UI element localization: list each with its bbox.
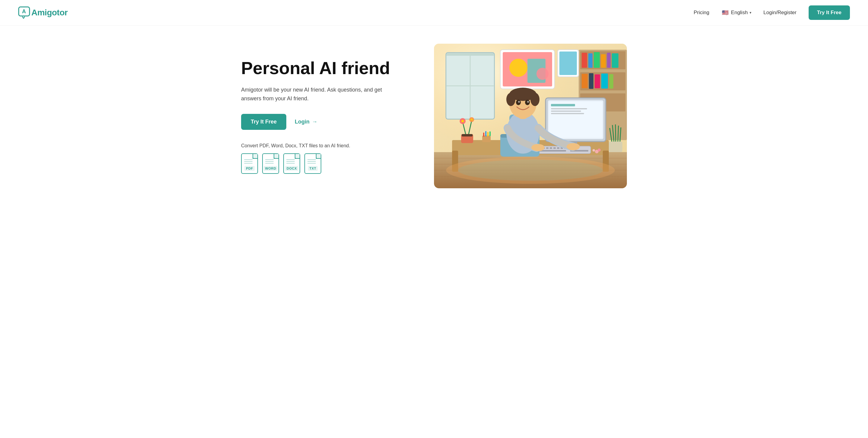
svg-point-26 <box>509 59 527 77</box>
svg-rect-17 <box>607 53 611 68</box>
svg-rect-8 <box>446 53 494 119</box>
brand-name: Amigotor <box>31 8 67 18</box>
arrow-right-icon: → <box>312 119 317 125</box>
svg-rect-23 <box>609 74 613 89</box>
svg-rect-53 <box>553 147 556 149</box>
hero-title: Personal AI friend <box>241 58 416 78</box>
logo[interactable]: A Amigotor <box>18 6 67 19</box>
svg-rect-43 <box>551 108 587 109</box>
convert-label: Convert PDF, Word, Docx, TXT files to an… <box>241 143 416 148</box>
file-icon-docx: DOCX <box>283 153 300 174</box>
svg-point-28 <box>536 68 549 80</box>
nav-try-free-button[interactable]: Try It Free <box>809 5 850 20</box>
svg-point-73 <box>518 101 520 103</box>
svg-rect-51 <box>546 147 549 149</box>
svg-rect-16 <box>601 54 606 68</box>
svg-rect-30 <box>559 52 577 75</box>
nav-pricing[interactable]: Pricing <box>693 10 709 16</box>
svg-line-89 <box>618 126 618 142</box>
svg-point-74 <box>527 101 529 103</box>
svg-point-97 <box>598 148 601 151</box>
svg-point-69 <box>506 93 516 106</box>
chevron-down-icon: ▾ <box>749 10 751 15</box>
svg-rect-20 <box>589 73 593 89</box>
file-icons: PDF WORD DOCX <box>241 153 416 174</box>
svg-line-88 <box>615 125 616 142</box>
svg-rect-94 <box>487 132 489 136</box>
word-label: WORD <box>264 166 278 171</box>
file-icon-word: WORD <box>262 153 279 174</box>
svg-point-100 <box>458 160 603 181</box>
hero-left: Personal AI friend Amigotor will be your… <box>241 58 416 173</box>
svg-rect-78 <box>462 134 472 136</box>
svg-rect-92 <box>483 133 484 137</box>
flag-icon: 🇺🇸 <box>721 9 729 16</box>
svg-rect-19 <box>582 74 588 88</box>
navbar: A Amigotor Pricing 🇺🇸 English ▾ Login/Re… <box>0 0 868 26</box>
svg-point-70 <box>530 93 539 106</box>
svg-point-83 <box>461 120 464 122</box>
svg-rect-14 <box>588 53 592 68</box>
language-selector[interactable]: 🇺🇸 English ▾ <box>721 9 751 16</box>
svg-rect-60 <box>539 150 566 151</box>
svg-rect-15 <box>594 52 600 68</box>
hero-image-container <box>434 44 627 188</box>
hero-buttons: Try It Free Login → <box>241 114 416 130</box>
hero-login-button[interactable]: Login → <box>295 119 317 125</box>
svg-point-75 <box>531 144 545 151</box>
svg-point-76 <box>567 143 580 150</box>
svg-rect-44 <box>551 110 581 112</box>
hero-try-free-button[interactable]: Try It Free <box>241 114 286 130</box>
pdf-label: PDF <box>244 166 255 171</box>
svg-rect-95 <box>490 131 491 136</box>
txt-label: TXT <box>308 166 318 171</box>
hero-section: Personal AI friend Amigotor will be your… <box>223 26 645 206</box>
nav-right: Pricing 🇺🇸 English ▾ Login/Register Try … <box>693 5 850 20</box>
language-label: English <box>731 10 748 16</box>
svg-rect-13 <box>582 53 587 68</box>
svg-rect-45 <box>551 113 584 114</box>
nav-login-register[interactable]: Login/Register <box>764 10 797 16</box>
svg-rect-93 <box>485 131 487 136</box>
svg-rect-18 <box>612 53 618 68</box>
file-icon-txt: TXT <box>304 153 321 174</box>
svg-rect-42 <box>551 104 575 106</box>
hero-subtitle: Amigotor will be your new AI friend. Ask… <box>241 86 386 103</box>
svg-rect-85 <box>609 142 622 152</box>
svg-rect-54 <box>557 147 559 149</box>
svg-rect-22 <box>601 73 608 89</box>
svg-point-98 <box>592 149 595 151</box>
svg-rect-52 <box>550 147 552 149</box>
svg-rect-21 <box>595 74 600 88</box>
hero-image <box>434 44 627 188</box>
docx-label: DOCX <box>285 166 299 171</box>
svg-text:A: A <box>22 8 26 14</box>
svg-point-84 <box>471 119 472 121</box>
svg-rect-41 <box>549 102 602 138</box>
file-icon-pdf: PDF <box>241 153 258 174</box>
login-label: Login <box>295 119 310 125</box>
